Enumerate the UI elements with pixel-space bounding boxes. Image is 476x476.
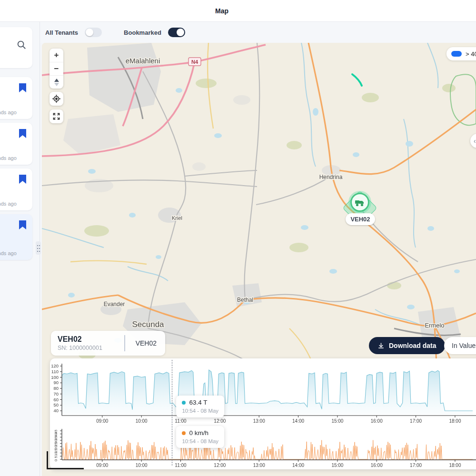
last-seen-label: conds ago bbox=[0, 109, 17, 115]
svg-text:18:00: 18:00 bbox=[449, 418, 461, 424]
svg-text:11:00: 11:00 bbox=[175, 418, 187, 424]
bookmark-icon[interactable] bbox=[19, 129, 26, 138]
download-icon bbox=[377, 342, 385, 349]
load-tooltip: 63.4 T 10:54 - 08 May bbox=[176, 396, 224, 417]
svg-text:17:00: 17:00 bbox=[410, 418, 422, 424]
tilt-button[interactable] bbox=[50, 75, 63, 89]
svg-text:Evander: Evander bbox=[104, 301, 125, 307]
svg-text:90: 90 bbox=[53, 380, 59, 385]
vehicle-list-item[interactable]: conds ago bbox=[0, 123, 32, 165]
svg-text:Ermelo: Ermelo bbox=[425, 322, 444, 329]
app-header: Map bbox=[0, 0, 476, 22]
svg-text:120: 120 bbox=[51, 363, 59, 368]
bookmark-icon[interactable] bbox=[19, 175, 26, 184]
svg-text:Hendrina: Hendrina bbox=[319, 174, 343, 180]
speed-value: 0 km/h bbox=[189, 429, 208, 436]
all-tenants-toggle[interactable] bbox=[85, 28, 102, 37]
svg-text:110: 110 bbox=[51, 369, 59, 374]
in-values-button[interactable]: In Values bbox=[444, 337, 476, 354]
svg-text:12:00: 12:00 bbox=[214, 418, 226, 424]
svg-text:09:00: 09:00 bbox=[96, 463, 108, 468]
svg-text:16:00: 16:00 bbox=[371, 418, 383, 424]
vehicle-serial: SN: 1000000001 bbox=[58, 345, 122, 351]
vehicle-title: VEH02 bbox=[58, 335, 122, 344]
all-tenants-label: All Tenants bbox=[45, 29, 78, 36]
svg-text:60: 60 bbox=[53, 397, 59, 402]
fullscreen-button[interactable] bbox=[50, 109, 63, 123]
svg-text:16:00: 16:00 bbox=[371, 463, 383, 468]
telemetry-chart-panel: 40506070809010011012009:0010:0011:0012:0… bbox=[50, 358, 476, 469]
zoom-in-button[interactable]: + bbox=[50, 49, 63, 62]
vehicle-sidebar: conds ago conds ago conds ago conds ago bbox=[0, 22, 40, 476]
last-seen-label: conds ago bbox=[0, 250, 17, 256]
legend-label: > 40 bbox=[466, 50, 476, 58]
svg-text:14:00: 14:00 bbox=[292, 418, 304, 424]
zoom-out-button[interactable]: − bbox=[50, 62, 63, 75]
vehicle-list-item-selected[interactable]: conds ago bbox=[0, 214, 32, 260]
vehicle-tab[interactable]: VEH02 bbox=[127, 339, 165, 347]
svg-text:N4: N4 bbox=[191, 59, 198, 65]
svg-text:15:00: 15:00 bbox=[331, 463, 343, 468]
speed-tooltip: 0 km/h 10:54 - 08 May bbox=[176, 426, 224, 448]
vehicle-info-panel: VEH02 SN: 1000000001 VEH02 bbox=[51, 331, 165, 356]
load-value: 63.4 T bbox=[189, 399, 207, 406]
road-badge-n4: N4 bbox=[188, 58, 201, 66]
truck-icon bbox=[354, 197, 366, 208]
search-icon bbox=[16, 40, 27, 50]
vehicle-list-item[interactable]: conds ago bbox=[0, 169, 32, 210]
svg-text:45: 45 bbox=[54, 429, 58, 434]
fullscreen-icon bbox=[53, 113, 60, 120]
svg-text:12:00: 12:00 bbox=[214, 463, 226, 468]
map-zoom-controls: + − bbox=[50, 49, 63, 89]
speed-series-dot bbox=[182, 431, 186, 435]
chart-cursor-line bbox=[172, 360, 172, 466]
last-seen-label: conds ago bbox=[0, 155, 17, 161]
telemetry-charts[interactable]: 40506070809010011012009:0010:0011:0012:0… bbox=[50, 358, 476, 469]
svg-text:13:00: 13:00 bbox=[253, 418, 265, 424]
filter-bar: All Tenants Bookmarked bbox=[40, 22, 476, 43]
search-input[interactable] bbox=[0, 27, 32, 68]
svg-text:100: 100 bbox=[51, 375, 59, 380]
svg-text:10:00: 10:00 bbox=[136, 463, 148, 468]
svg-text:13:00: 13:00 bbox=[253, 463, 265, 468]
svg-text:Kriel: Kriel bbox=[172, 215, 182, 221]
speed-timestamp: 10:54 - 08 May bbox=[182, 438, 218, 444]
locate-button[interactable] bbox=[50, 92, 63, 106]
svg-text:09:00: 09:00 bbox=[96, 418, 108, 424]
legend-color-pill bbox=[451, 51, 462, 57]
svg-text:14:00: 14:00 bbox=[292, 463, 304, 468]
map-scale-bar bbox=[47, 451, 84, 469]
svg-text:Bethal: Bethal bbox=[237, 297, 253, 303]
last-seen-label: conds ago bbox=[0, 201, 17, 207]
divider bbox=[124, 335, 125, 351]
sidebar-resize-handle[interactable] bbox=[36, 241, 41, 255]
svg-text:eMalahleni: eMalahleni bbox=[126, 57, 160, 65]
download-data-button[interactable]: Download data bbox=[369, 337, 445, 354]
vehicle-list-item[interactable]: conds ago bbox=[0, 77, 32, 119]
bookmark-icon[interactable] bbox=[19, 220, 26, 229]
bookmarked-label: Bookmarked bbox=[124, 29, 161, 36]
svg-text:80: 80 bbox=[53, 386, 59, 391]
load-timestamp: 10:54 - 08 May bbox=[182, 408, 218, 414]
svg-text:17:00: 17:00 bbox=[410, 463, 422, 468]
svg-text:40: 40 bbox=[53, 408, 59, 413]
svg-text:70: 70 bbox=[53, 391, 59, 397]
page-title: Map bbox=[0, 0, 444, 22]
svg-text:11:00: 11:00 bbox=[175, 463, 187, 468]
svg-text:10:00: 10:00 bbox=[136, 418, 148, 424]
tilt-icon bbox=[54, 79, 60, 86]
load-series-dot bbox=[182, 401, 186, 405]
locate-icon bbox=[52, 95, 60, 103]
vehicle-marker-label[interactable]: VEH02 bbox=[346, 213, 375, 225]
svg-text:18:00: 18:00 bbox=[449, 463, 461, 468]
svg-text:50: 50 bbox=[53, 402, 59, 407]
svg-text:15:00: 15:00 bbox=[331, 418, 343, 424]
speed-legend: > 40 bbox=[446, 47, 476, 60]
svg-text:Secunda: Secunda bbox=[132, 320, 164, 329]
bookmarked-toggle[interactable] bbox=[168, 28, 185, 37]
bookmark-icon[interactable] bbox=[19, 83, 26, 92]
